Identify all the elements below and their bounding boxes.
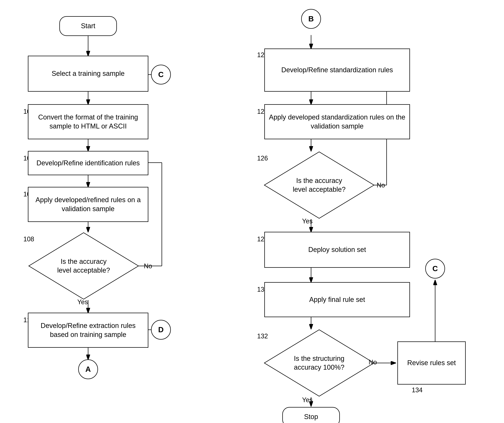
stop-label: Stop (304, 412, 318, 421)
connector-C-right: C (425, 259, 445, 279)
connector-A: A (78, 359, 98, 379)
convert-format-label: Convert the format of the training sampl… (31, 113, 145, 131)
connector-C-left: C (151, 65, 171, 84)
apply-rules-validation-label: Apply developed/refined rules on a valid… (31, 195, 145, 213)
develop-std-rules-label: Develop/Refine standardization rules (281, 66, 393, 74)
diamond-132-node: Is the structuring accuracy 100%? (264, 329, 375, 397)
develop-std-rules-node: Develop/Refine standardization rules (264, 48, 410, 92)
apply-std-rules-node: Apply developed standardization rules on… (264, 104, 410, 139)
select-training-node: Select a training sample (28, 56, 148, 92)
deploy-solution-label: Deploy solution set (308, 245, 366, 254)
label-yes-126: Yes (302, 217, 313, 225)
develop-id-rules-node: Develop/Refine identification rules (28, 151, 148, 175)
label-yes-132: Yes (302, 396, 313, 404)
diamond-126-node: Is the accuracy level acceptable? (264, 151, 375, 219)
start-label: Start (81, 22, 95, 30)
convert-format-node: Convert the format of the training sampl… (28, 104, 148, 139)
label-yes-108: Yes (77, 298, 88, 306)
deploy-solution-node: Deploy solution set (264, 232, 410, 268)
connector-B: B (301, 9, 321, 29)
develop-extraction-node: Develop/Refine extraction rules based on… (28, 313, 148, 348)
diamond-108-node: Is the accuracy level acceptable? (28, 232, 139, 300)
apply-final-rule-label: Apply final rule set (309, 295, 365, 304)
stop-node: Stop (282, 407, 340, 423)
connector-D: D (151, 320, 171, 340)
label-no-132: No (369, 358, 377, 366)
revise-rules-label: Revise rules set (407, 358, 456, 367)
apply-final-rule-node: Apply final rule set (264, 282, 410, 317)
flowchart-diagram: Start 102 Select a training sample C 103… (0, 0, 504, 423)
apply-std-rules-label: Apply developed standardization rules on… (268, 113, 407, 131)
label-no-126: No (377, 182, 385, 189)
revise-rules-node: Revise rules set (397, 341, 466, 385)
apply-rules-validation-node: Apply developed/refined rules on a valid… (28, 187, 148, 222)
develop-extraction-label: Develop/Refine extraction rules based on… (31, 321, 145, 339)
label-no-108: No (144, 262, 152, 270)
start-node: Start (59, 16, 117, 36)
select-training-label: Select a training sample (52, 69, 125, 78)
label-134: 134 (412, 386, 423, 394)
develop-id-rules-label: Develop/Refine identification rules (36, 159, 140, 167)
